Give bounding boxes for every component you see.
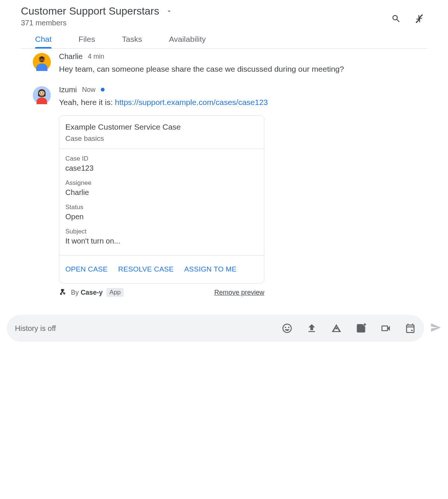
message-composer[interactable]: History is off bbox=[7, 315, 424, 342]
collapse-icon[interactable] bbox=[414, 14, 424, 24]
send-button[interactable] bbox=[430, 322, 441, 335]
message: Charlie 4 min Hey team, can someone plea… bbox=[33, 52, 427, 75]
tab-files[interactable]: Files bbox=[78, 35, 95, 48]
emoji-icon[interactable] bbox=[281, 323, 293, 334]
field-value: Charlie bbox=[65, 188, 258, 197]
message-text: Yeah, here it is: https://support.exampl… bbox=[59, 96, 427, 108]
card-title: Example Customer Service Case bbox=[65, 123, 258, 131]
member-count: 371 members bbox=[21, 19, 172, 27]
tab-tasks[interactable]: Tasks bbox=[122, 35, 142, 48]
message-author: Izumi bbox=[59, 86, 77, 94]
field-label: Assignee bbox=[65, 179, 258, 187]
webhook-icon bbox=[59, 288, 67, 297]
card-attribution: By Case-y bbox=[71, 289, 103, 297]
create-doc-icon[interactable] bbox=[355, 323, 367, 334]
app-badge: App bbox=[106, 288, 124, 297]
open-case-button[interactable]: OPEN CASE bbox=[65, 265, 108, 273]
tabs: Chat Files Tasks Availability bbox=[21, 35, 427, 49]
composer-placeholder: History is off bbox=[15, 324, 281, 333]
card-field: Status Open bbox=[65, 204, 258, 221]
avatar bbox=[33, 86, 51, 104]
field-label: Subject bbox=[65, 228, 258, 235]
video-icon[interactable] bbox=[380, 323, 391, 334]
card-field: Case ID case123 bbox=[65, 155, 258, 173]
svg-point-8 bbox=[40, 93, 41, 93]
room-title[interactable]: Customer Support Superstars bbox=[21, 5, 172, 17]
field-value: Open bbox=[65, 213, 258, 221]
remove-preview-button[interactable]: Remove preview bbox=[214, 289, 264, 297]
field-value: It won't turn on... bbox=[65, 237, 258, 245]
message-time: Now bbox=[82, 86, 96, 94]
avatar bbox=[33, 53, 51, 71]
card-field: Assignee Charlie bbox=[65, 179, 258, 197]
upload-icon[interactable] bbox=[306, 323, 317, 334]
assign-to-me-button[interactable]: ASSIGN TO ME bbox=[184, 265, 237, 273]
chevron-down-icon bbox=[166, 8, 172, 15]
link-preview-card: Example Customer Service Case Case basic… bbox=[59, 115, 264, 283]
field-label: Case ID bbox=[65, 155, 258, 162]
field-value: case123 bbox=[65, 164, 258, 173]
message-time: 4 min bbox=[88, 53, 104, 61]
card-subtitle: Case basics bbox=[65, 134, 258, 143]
message-text: Hey team, can someone please share the c… bbox=[59, 63, 427, 75]
tab-chat[interactable]: Chat bbox=[35, 35, 52, 48]
unread-dot-icon bbox=[101, 88, 105, 92]
svg-point-2 bbox=[40, 59, 41, 60]
card-field: Subject It won't turn on... bbox=[65, 228, 258, 245]
message: Izumi Now Yeah, here it is: https://supp… bbox=[33, 86, 427, 297]
case-link[interactable]: https://support.example.com/cases/case12… bbox=[115, 98, 268, 106]
field-label: Status bbox=[65, 204, 258, 211]
drive-icon[interactable] bbox=[331, 323, 342, 334]
svg-point-3 bbox=[43, 59, 44, 60]
message-author: Charlie bbox=[59, 52, 83, 61]
room-title-text: Customer Support Superstars bbox=[21, 5, 159, 17]
svg-point-9 bbox=[43, 93, 43, 93]
search-icon[interactable] bbox=[391, 14, 401, 24]
tab-availability[interactable]: Availability bbox=[169, 35, 206, 48]
resolve-case-button[interactable]: RESOLVE CASE bbox=[118, 265, 174, 273]
calendar-icon[interactable] bbox=[405, 323, 416, 334]
